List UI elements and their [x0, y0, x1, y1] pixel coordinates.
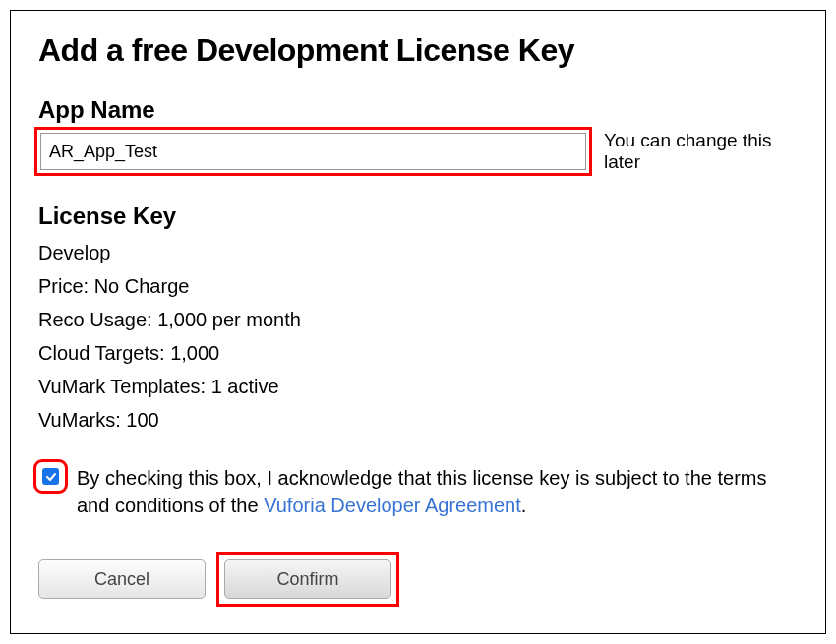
app-name-row: You can change this later: [38, 130, 798, 173]
cancel-button[interactable]: Cancel: [38, 559, 206, 599]
agreement-text-post: .: [521, 495, 527, 516]
page-title: Add a free Development License Key: [38, 32, 798, 69]
license-detail-item: VuMark Templates: 1 active: [38, 370, 798, 403]
app-name-input[interactable]: [40, 133, 586, 170]
agreement-checkbox[interactable]: [42, 468, 59, 485]
license-detail-item: Reco Usage: 1,000 per month: [38, 303, 798, 336]
agreement-row: By checking this box, I acknowledge that…: [38, 464, 798, 519]
button-row: Cancel Confirm: [38, 556, 798, 602]
agreement-checkbox-highlight: [38, 464, 63, 489]
confirm-button-highlight: Confirm: [221, 556, 394, 602]
confirm-button[interactable]: Confirm: [224, 559, 391, 599]
license-details: Develop Price: No Charge Reco Usage: 1,0…: [38, 236, 798, 437]
app-name-input-highlight: [38, 131, 588, 172]
app-name-label: App Name: [38, 96, 798, 124]
license-detail-item: Cloud Targets: 1,000: [38, 336, 798, 370]
agreement-link[interactable]: Vuforia Developer Agreement: [264, 495, 521, 516]
license-detail-item: VuMarks: 100: [38, 403, 798, 437]
check-icon: [45, 471, 57, 483]
agreement-text: By checking this box, I acknowledge that…: [77, 464, 798, 519]
license-key-label: License Key: [38, 203, 798, 230]
license-detail-item: Price: No Charge: [38, 269, 798, 303]
license-form-container: Add a free Development License Key App N…: [10, 10, 826, 634]
app-name-hint: You can change this later: [604, 130, 798, 173]
license-detail-item: Develop: [38, 236, 798, 269]
